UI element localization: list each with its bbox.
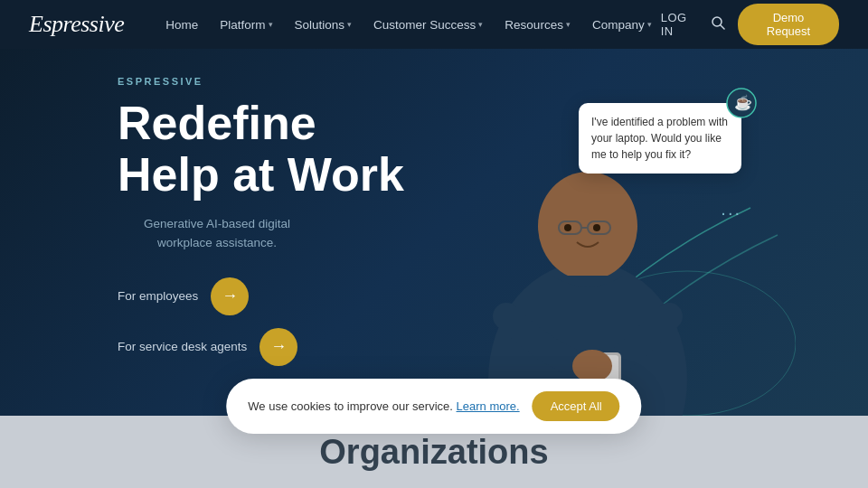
hero-content: ESPRESSIVE Redefine Help at Work Generat… bbox=[118, 76, 404, 366]
login-button[interactable]: LOG IN bbox=[661, 11, 698, 38]
chat-typing-dots: ··· bbox=[721, 202, 741, 223]
agents-label: For service desk agents bbox=[118, 340, 247, 353]
chevron-down-icon: ▾ bbox=[566, 20, 571, 29]
hero-section: I've identified a problem with your lapt… bbox=[0, 49, 868, 416]
nav-platform[interactable]: Platform ▾ bbox=[211, 13, 281, 37]
search-icon[interactable] bbox=[711, 15, 725, 33]
hero-eyebrow: ESPRESSIVE bbox=[118, 76, 404, 87]
chevron-down-icon: ▾ bbox=[269, 20, 273, 29]
nav-resources[interactable]: Resources ▾ bbox=[495, 13, 580, 37]
nav-home[interactable]: Home bbox=[156, 13, 207, 37]
hero-title: Redefine Help at Work bbox=[118, 98, 404, 201]
svg-text:☕: ☕ bbox=[734, 94, 752, 111]
employees-cta-row: For employees → bbox=[118, 277, 404, 315]
employees-label: For employees bbox=[118, 289, 198, 303]
cookie-banner: We use cookies to improve our service. L… bbox=[226, 379, 641, 434]
organizations-heading: Organizations bbox=[319, 433, 548, 472]
svg-line-1 bbox=[721, 25, 724, 29]
employees-arrow-button[interactable]: → bbox=[211, 277, 249, 315]
svg-point-9 bbox=[564, 224, 571, 231]
navbar: Espressive Home Platform ▾ Solutions ▾ C… bbox=[0, 0, 868, 49]
nav-company[interactable]: Company ▾ bbox=[583, 13, 661, 37]
chat-bubble: I've identified a problem with your lapt… bbox=[579, 103, 741, 174]
demo-request-button[interactable]: Demo Request bbox=[738, 4, 839, 45]
cookie-accept-button[interactable]: Accept All bbox=[533, 391, 620, 421]
nav-customer-success[interactable]: Customer Success ▾ bbox=[364, 13, 492, 37]
chevron-down-icon: ▾ bbox=[647, 20, 652, 29]
logo[interactable]: Espressive bbox=[29, 11, 124, 38]
nav-links: Home Platform ▾ Solutions ▾ Customer Suc… bbox=[156, 13, 660, 37]
cookie-learn-more-link[interactable]: Learn more. bbox=[457, 399, 520, 413]
chevron-down-icon: ▾ bbox=[347, 20, 352, 29]
nav-actions: LOG IN Demo Request bbox=[661, 4, 839, 45]
bot-icon: ☕ bbox=[725, 87, 758, 119]
agents-cta-row: For service desk agents → bbox=[118, 328, 404, 366]
cookie-message: We use cookies to improve our service. L… bbox=[248, 399, 519, 413]
nav-solutions[interactable]: Solutions ▾ bbox=[286, 13, 362, 37]
hero-subtitle: Generative AI-based digital workplace as… bbox=[127, 215, 307, 252]
agents-arrow-button[interactable]: → bbox=[259, 328, 297, 366]
chevron-down-icon: ▾ bbox=[478, 20, 483, 29]
svg-point-13 bbox=[572, 350, 612, 382]
hero-cta-buttons: For employees → For service desk agents … bbox=[118, 277, 404, 366]
svg-point-10 bbox=[593, 224, 600, 231]
